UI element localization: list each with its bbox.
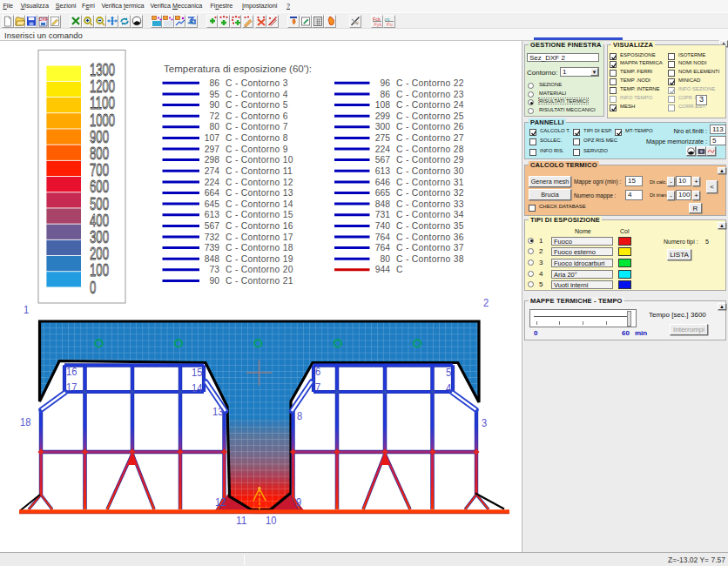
svg-text:224: 224	[205, 178, 219, 187]
svg-text:848: 848	[375, 199, 390, 209]
svg-text:944: 944	[375, 265, 390, 274]
svg-text:9: 9	[296, 496, 301, 509]
svg-text:C: C	[396, 265, 403, 274]
svg-text:848: 848	[205, 254, 219, 264]
svg-text:740: 740	[375, 221, 390, 231]
svg-text:Fyk: Fyk	[374, 22, 382, 27]
svg-text:13: 13	[212, 406, 224, 418]
svg-text:C - Contorno 19: C - Contorno 19	[226, 254, 293, 264]
svg-text:C - Contorno 25: C - Contorno 25	[396, 111, 464, 121]
svg-text:300: 300	[375, 122, 390, 131]
svg-text:86: 86	[210, 78, 220, 88]
svg-text:C - Contorno 31: C - Contorno 31	[396, 178, 464, 187]
svg-text:731: 731	[375, 210, 390, 219]
svg-text:14: 14	[192, 382, 203, 394]
svg-text:C - Contorno 10: C - Contorno 10	[226, 155, 293, 165]
svg-text:C - Contorno 5: C - Contorno 5	[226, 100, 288, 110]
svg-text:C - Contorno 26: C - Contorno 26	[396, 122, 464, 131]
svg-text:3: 3	[482, 417, 487, 429]
svg-text:C - Contorno 30: C - Contorno 30	[396, 166, 464, 176]
svg-text:72: 72	[210, 111, 220, 121]
svg-text:646: 646	[375, 178, 390, 187]
svg-text:C - Contorno 18: C - Contorno 18	[226, 243, 293, 253]
svg-text:274: 274	[205, 166, 219, 176]
svg-text:σc: σc	[385, 17, 390, 22]
svg-text:645: 645	[205, 199, 219, 209]
svg-text:764: 764	[375, 232, 390, 242]
svg-text:C - Contorno 28: C - Contorno 28	[396, 145, 464, 154]
svg-text:C - Contorno 8: C - Contorno 8	[226, 133, 288, 143]
svg-text:C - Contorno 14: C - Contorno 14	[226, 199, 293, 209]
svg-text:298: 298	[205, 155, 219, 165]
svg-text:613: 613	[375, 166, 390, 176]
svg-text:275: 275	[375, 133, 390, 143]
svg-text:8: 8	[297, 410, 302, 422]
svg-text:90: 90	[210, 276, 220, 286]
svg-text:108: 108	[375, 100, 390, 110]
svg-text:16: 16	[66, 366, 78, 378]
svg-text:567: 567	[375, 155, 390, 165]
svg-text:11: 11	[236, 515, 247, 527]
svg-text:297: 297	[205, 145, 219, 154]
svg-text:C - Contorno 7: C - Contorno 7	[226, 122, 288, 131]
svg-text:C - Contorno 17: C - Contorno 17	[226, 232, 293, 242]
svg-text:C - Contorno 15: C - Contorno 15	[226, 210, 293, 219]
svg-text:2: 2	[483, 297, 489, 309]
svg-text:Fck: Fck	[373, 17, 381, 22]
svg-text:15: 15	[192, 367, 203, 379]
svg-text:C - Contorno 33: C - Contorno 33	[396, 199, 464, 209]
svg-text:C - Contorno 34: C - Contorno 34	[396, 210, 464, 219]
svg-text:C - Contorno 36: C - Contorno 36	[396, 232, 464, 242]
svg-text:664: 664	[205, 188, 219, 198]
svg-text:C - Contorno 23: C - Contorno 23	[396, 90, 464, 99]
svg-text:C - Contorno 11: C - Contorno 11	[226, 166, 293, 176]
svg-text:0: 0	[90, 278, 96, 297]
svg-text:1: 1	[24, 304, 29, 316]
svg-text:665: 665	[375, 188, 390, 198]
svg-text:DXF: DXF	[39, 17, 48, 22]
svg-text:18: 18	[20, 416, 31, 428]
svg-text:C - Contorno 21: C - Contorno 21	[226, 276, 293, 286]
svg-text:764: 764	[375, 243, 390, 253]
svg-text:C - Contorno 22: C - Contorno 22	[396, 78, 464, 88]
svg-text:5: 5	[446, 367, 451, 379]
svg-text:C - Contorno 29: C - Contorno 29	[396, 155, 464, 165]
svg-text:80: 80	[210, 122, 220, 131]
svg-text:567: 567	[205, 221, 219, 231]
svg-text:Pu: Pu	[387, 22, 393, 27]
svg-text:C - Contorno 24: C - Contorno 24	[396, 100, 464, 110]
svg-text:C - Contorno 38: C - Contorno 38	[396, 254, 464, 264]
svg-text:C - Contorno 20: C - Contorno 20	[226, 265, 293, 274]
svg-text:80: 80	[381, 254, 391, 264]
svg-text:739: 739	[205, 243, 219, 253]
svg-text:C - Contorno 9: C - Contorno 9	[226, 145, 288, 154]
svg-text:96: 96	[381, 78, 391, 88]
svg-text:224: 224	[375, 145, 390, 154]
svg-text:107: 107	[205, 133, 219, 143]
svg-text:732: 732	[205, 232, 219, 242]
svg-text:17: 17	[66, 381, 78, 394]
svg-text:C - Contorno 4: C - Contorno 4	[226, 90, 288, 99]
svg-text:C - Contorno 12: C - Contorno 12	[226, 178, 293, 187]
svg-text:7: 7	[315, 381, 320, 394]
svg-text:C - Contorno 16: C - Contorno 16	[226, 221, 293, 231]
svg-text:299: 299	[375, 111, 390, 121]
svg-text:C - Contorno 6: C - Contorno 6	[226, 111, 288, 121]
svg-text:86: 86	[381, 90, 391, 99]
svg-text:C - Contorno 32: C - Contorno 32	[396, 188, 464, 198]
svg-text:73: 73	[210, 265, 220, 274]
svg-text:C - Contorno 27: C - Contorno 27	[396, 133, 464, 143]
svg-text:C - Contorno 13: C - Contorno 13	[226, 188, 293, 198]
svg-text:6: 6	[315, 366, 320, 378]
svg-text:Temperatura di esposizione (60: Temperatura di esposizione (60'):	[164, 64, 312, 74]
svg-text:10: 10	[266, 515, 277, 527]
svg-text:95: 95	[210, 90, 220, 99]
svg-text:C - Contorno 3: C - Contorno 3	[226, 78, 288, 88]
svg-text:613: 613	[205, 210, 219, 219]
svg-text:C - Contorno 37: C - Contorno 37	[396, 243, 464, 253]
svg-text:90: 90	[210, 100, 220, 110]
svg-text:12: 12	[215, 496, 226, 509]
svg-text:C - Contorno 35: C - Contorno 35	[396, 221, 464, 231]
svg-text:4: 4	[446, 382, 451, 394]
